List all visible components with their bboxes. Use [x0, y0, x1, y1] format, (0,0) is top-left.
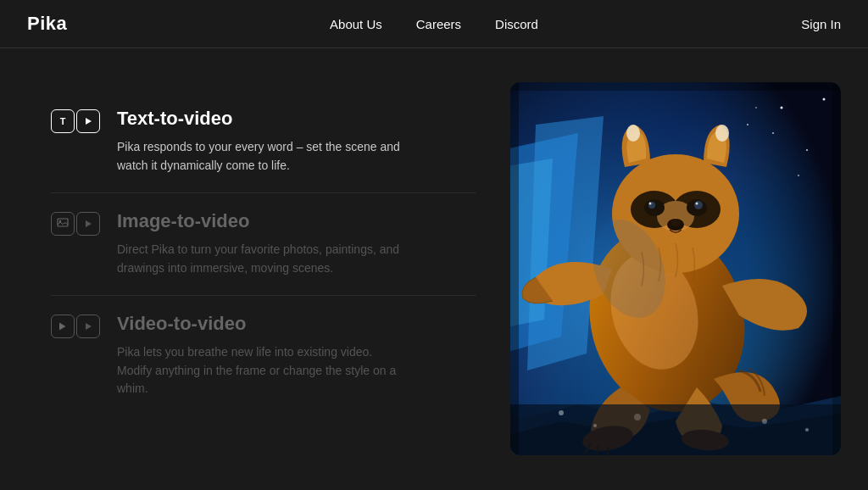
svg-point-35	[670, 220, 681, 226]
svg-point-15	[806, 149, 808, 151]
video-canvas	[510, 82, 841, 455]
image-to-video-icon	[51, 212, 100, 236]
svg-point-40	[559, 410, 564, 415]
sign-in-button[interactable]: Sign In	[801, 17, 841, 31]
raccoon-illustration	[510, 82, 841, 455]
svg-point-31	[694, 201, 703, 209]
text-to-video-desc: Pika responds to your every word – set t…	[117, 138, 405, 175]
play-icon-active	[76, 109, 100, 133]
svg-point-41	[593, 424, 597, 427]
svg-point-37	[715, 125, 729, 142]
video-to-video-icon	[51, 315, 100, 338]
text-to-video-icon: T	[51, 109, 100, 133]
svg-point-16	[823, 98, 826, 101]
main-content: T Text-to-video Pika responds to your ev…	[0, 48, 868, 490]
svg-rect-45	[510, 82, 519, 455]
svg-point-17	[798, 175, 799, 176]
image-to-video-content: Image-to-video Direct Pika to turn your …	[117, 210, 476, 278]
site-header: Pika About Us Careers Discord Sign In	[0, 0, 868, 48]
svg-point-19	[755, 107, 757, 109]
nav-careers[interactable]: Careers	[416, 17, 461, 31]
svg-marker-5	[86, 323, 92, 330]
text-to-video-title: Text-to-video	[117, 108, 476, 130]
svg-point-33	[696, 203, 698, 205]
site-logo: Pika	[27, 13, 67, 35]
nav-discord[interactable]: Discord	[495, 17, 538, 31]
feature-image-to-video[interactable]: Image-to-video Direct Pika to turn your …	[51, 193, 476, 295]
image-to-video-title: Image-to-video	[117, 210, 476, 232]
play-icon-inactive-1	[76, 212, 100, 236]
video-to-video-title: Video-to-video	[117, 313, 476, 335]
text-icon-box: T	[51, 109, 75, 133]
svg-point-44	[805, 428, 809, 432]
svg-point-28	[644, 199, 665, 216]
video-icon-box	[51, 315, 75, 338]
svg-marker-0	[86, 118, 92, 125]
feature-text-to-video[interactable]: T Text-to-video Pika responds to your ev…	[51, 91, 476, 192]
play-icon-inactive-2	[76, 315, 100, 338]
video-to-video-content: Video-to-video Pika lets you breathe new…	[117, 313, 476, 398]
features-list: T Text-to-video Pika responds to your ev…	[51, 82, 476, 463]
svg-rect-47	[510, 82, 841, 91]
svg-point-14	[747, 124, 748, 125]
video-to-video-desc: Pika lets you breathe new life into exis…	[117, 343, 405, 398]
image-icon-box	[51, 212, 75, 236]
svg-point-43	[762, 419, 767, 424]
image-to-video-desc: Direct Pika to turn your favorite photos…	[117, 241, 405, 277]
video-preview	[510, 82, 841, 455]
main-nav: About Us Careers Discord	[330, 17, 538, 31]
svg-point-18	[772, 132, 774, 134]
svg-point-32	[649, 203, 652, 205]
feature-video-to-video[interactable]: Video-to-video Pika lets you breathe new…	[51, 296, 476, 415]
nav-about[interactable]: About Us	[330, 17, 382, 31]
svg-point-13	[781, 107, 783, 109]
svg-rect-46	[832, 82, 841, 455]
svg-marker-4	[59, 322, 66, 330]
svg-point-36	[626, 125, 640, 142]
svg-marker-3	[86, 220, 92, 227]
text-to-video-content: Text-to-video Pika responds to your ever…	[117, 108, 476, 175]
svg-point-42	[634, 414, 641, 420]
